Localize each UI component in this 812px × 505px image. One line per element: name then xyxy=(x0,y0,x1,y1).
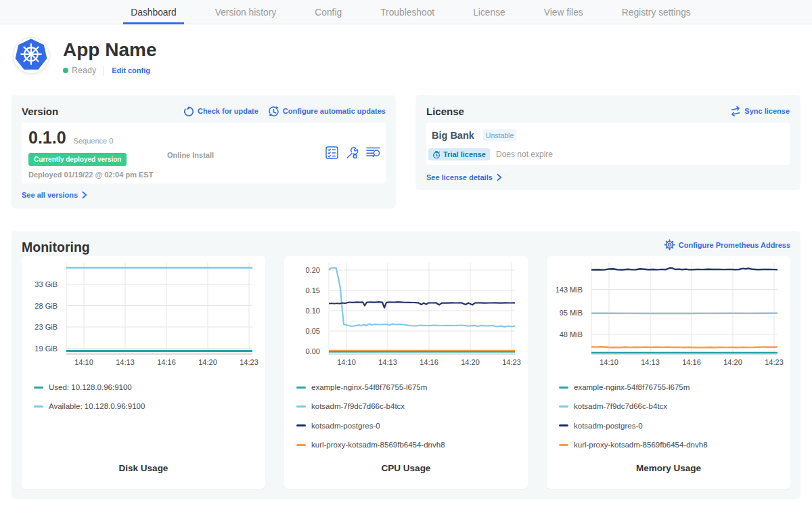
svg-text:14:16: 14:16 xyxy=(157,358,176,366)
svg-text:23 GiB: 23 GiB xyxy=(35,323,58,331)
svg-text:14:10: 14:10 xyxy=(600,358,618,366)
svg-text:48 MiB: 48 MiB xyxy=(560,330,583,338)
svg-text:0.20: 0.20 xyxy=(306,266,320,274)
svg-text:14:13: 14:13 xyxy=(378,358,397,366)
svg-text:14:20: 14:20 xyxy=(723,358,742,366)
svg-text:0.05: 0.05 xyxy=(306,327,320,335)
svg-text:14:10: 14:10 xyxy=(337,358,356,366)
svg-text:28 GiB: 28 GiB xyxy=(35,302,58,310)
svg-text:14:23: 14:23 xyxy=(765,358,784,366)
svg-text:14:20: 14:20 xyxy=(461,358,480,366)
svg-text:14:20: 14:20 xyxy=(198,358,217,366)
svg-text:19 GiB: 19 GiB xyxy=(35,345,58,353)
svg-text:0.15: 0.15 xyxy=(306,286,320,294)
svg-text:14:13: 14:13 xyxy=(116,358,135,366)
svg-text:14:16: 14:16 xyxy=(682,358,701,366)
svg-text:33 GiB: 33 GiB xyxy=(35,280,58,288)
svg-text:0.10: 0.10 xyxy=(306,307,320,315)
svg-text:14:23: 14:23 xyxy=(502,358,521,366)
svg-text:14:13: 14:13 xyxy=(641,358,660,366)
svg-text:14:10: 14:10 xyxy=(74,358,93,366)
svg-text:143 MiB: 143 MiB xyxy=(556,286,583,294)
svg-text:14:16: 14:16 xyxy=(420,358,438,366)
svg-text:95 MiB: 95 MiB xyxy=(560,309,583,317)
svg-text:0.00: 0.00 xyxy=(306,347,320,355)
svg-text:14:23: 14:23 xyxy=(240,358,258,366)
